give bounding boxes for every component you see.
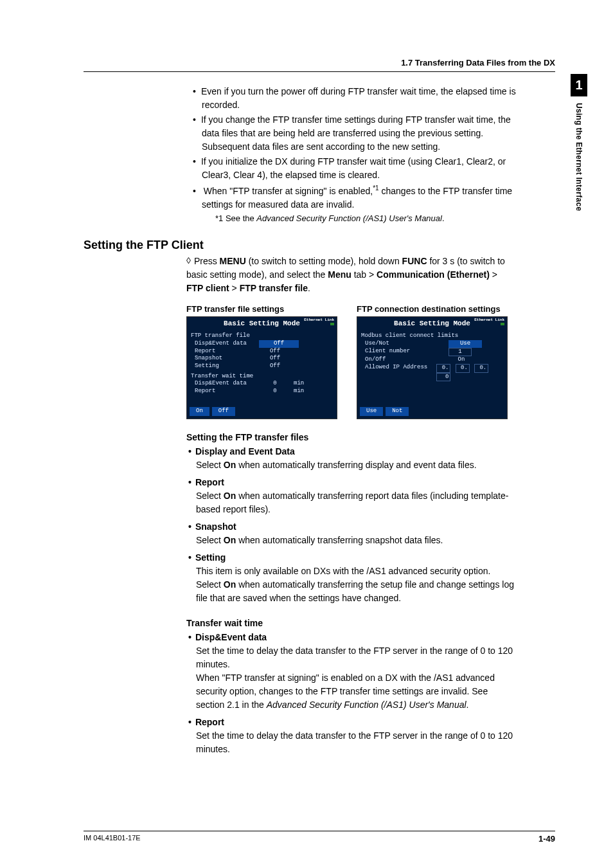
not-button[interactable]: Not [386, 407, 409, 416]
list-item: ReportSelect On when automatically trans… [196, 476, 517, 516]
screenshot-left: FTP transfer file settings Basic Setting… [186, 304, 337, 419]
list-item: When "FTP transfer at signing" is enable… [193, 183, 517, 212]
field-disp-event[interactable]: Off [259, 340, 299, 348]
off-button[interactable]: Off [212, 407, 235, 416]
ip-octet[interactable]: 0. [456, 364, 470, 373]
items-list-2: Disp&Event dataSet the time to delay the… [84, 631, 517, 756]
header-rule [84, 71, 555, 72]
field-on-off[interactable]: On [449, 356, 474, 364]
item-body: Set the time to delay the data transfer … [196, 646, 513, 710]
item-body: This item is only available on DXs with … [196, 566, 514, 603]
item-title: Snapshot [196, 520, 517, 534]
ethernet-link-icon: Ethernet Link [474, 318, 504, 327]
list-item: If you initialize the DX during FTP tran… [193, 155, 517, 182]
item-title: Disp&Event data [196, 631, 517, 644]
list-item: ReportSet the time to delay the data tra… [196, 716, 517, 756]
screenshot-caption: FTP connection destination settings [357, 304, 508, 314]
notes-list: Even if you turn the power off during FT… [84, 85, 517, 212]
item-body: Select On when automatically transferrin… [196, 491, 508, 514]
diamond-icon: ◊ [186, 254, 191, 267]
list-item: Display and Event DataSelect On when aut… [196, 445, 517, 472]
ethernet-link-icon: Ethernet Link [304, 318, 334, 327]
item-title: Report [196, 476, 517, 489]
on-button[interactable]: On [190, 407, 209, 416]
manual-code: IM 04L41B01-17E [84, 834, 141, 844]
screen-title: Basic Setting Mode Ethernet Link [187, 317, 337, 330]
field-wait-report[interactable]: 0 [259, 388, 291, 395]
field-use-not[interactable]: Use [449, 340, 482, 348]
chapter-tab: 1 Using the Ethernet Interface [571, 74, 587, 211]
section-header: 1.7 Transferring Data Files from the DX [84, 58, 574, 68]
list-item: SnapshotSelect On when automatically tra… [196, 520, 517, 547]
page-number: 1-49 [538, 834, 555, 844]
list-item: Disp&Event dataSet the time to delay the… [196, 631, 517, 712]
field-client-number[interactable]: 1 [449, 348, 472, 357]
list-item: Even if you turn the power off during FT… [193, 85, 517, 112]
group-label: FTP transfer file [191, 332, 333, 340]
field-setting[interactable]: Off [259, 363, 291, 370]
item-body: Select On when automatically transferrin… [196, 535, 443, 545]
item-body: Select On when automatically transferrin… [196, 460, 477, 470]
ip-octet[interactable]: 0. [436, 364, 450, 373]
list-item: If you change the FTP transfer time sett… [193, 113, 517, 154]
field-wait-disp[interactable]: 0 [259, 380, 291, 388]
screenshot-caption: FTP transfer file settings [186, 304, 337, 314]
subheading-transfer-files: Setting the FTP transfer files [186, 432, 517, 442]
items-list-1: Display and Event DataSelect On when aut… [84, 445, 517, 605]
group-label: Modbus client connect limits [361, 332, 503, 340]
list-item: SettingThis item is only available on DX… [196, 551, 517, 605]
screenshot-right: FTP connection destination settings Basi… [357, 304, 508, 419]
subheading-wait-time: Transfer wait time [186, 618, 517, 628]
ip-octet[interactable]: 0. [474, 364, 488, 373]
use-button[interactable]: Use [360, 407, 383, 416]
chapter-label: Using the Ethernet Interface [574, 103, 583, 211]
chapter-number: 1 [571, 74, 587, 96]
field-snapshot[interactable]: Off [259, 355, 291, 363]
item-title: Report [196, 716, 517, 729]
item-title: Setting [196, 551, 517, 565]
screen-title: Basic Setting Mode Ethernet Link [357, 317, 507, 330]
page-footer: IM 04L41B01-17E 1-49 [84, 831, 555, 844]
field-report[interactable]: Off [259, 348, 291, 356]
item-body: Set the time to delay the data transfer … [196, 730, 513, 754]
ip-octet[interactable]: 0 [436, 373, 450, 382]
item-title: Display and Event Data [196, 445, 517, 458]
procedure-text: ◊ Press MENU (to switch to setting mode)… [84, 255, 517, 295]
footnote: *1 See the Advanced Security Function (/… [84, 213, 517, 224]
group-label: Transfer wait time [191, 373, 333, 381]
heading-ftp-client: Setting the FTP Client [84, 239, 517, 252]
